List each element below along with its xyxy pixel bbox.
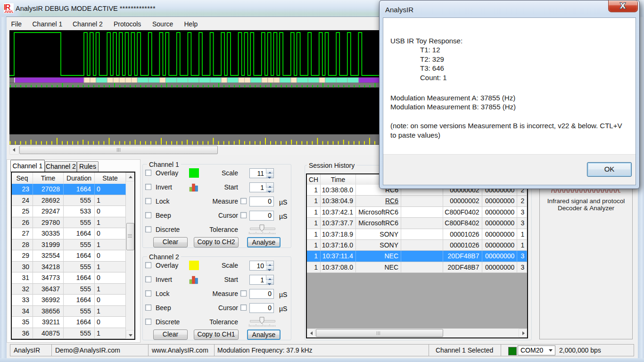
svg-text:X: X — [620, 1, 626, 10]
svg-text:IR: IR — [4, 3, 11, 11]
